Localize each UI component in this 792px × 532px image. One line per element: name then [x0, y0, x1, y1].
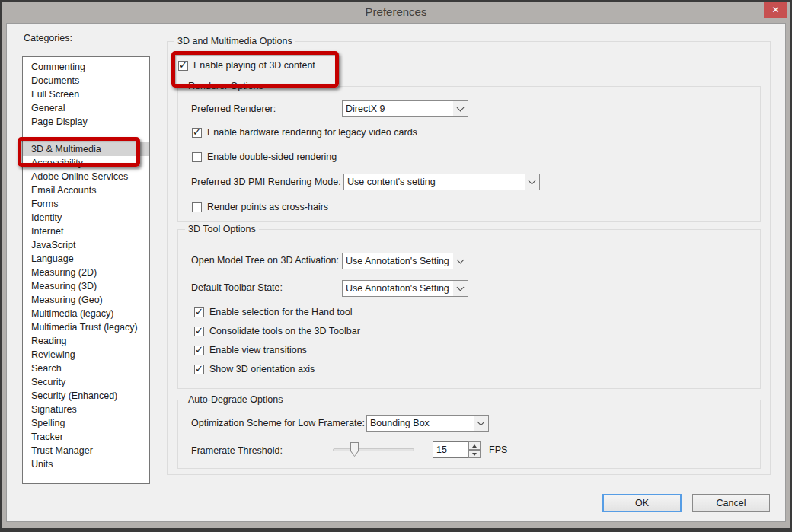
checkbox-checked-icon[interactable] [194, 346, 204, 355]
chevron-down-icon [453, 281, 468, 296]
group-3d-multimedia-title: 3D and Multimedia Options [174, 36, 295, 46]
model-tree-select[interactable]: Use Annotation's Setting [342, 253, 468, 269]
category-item[interactable]: Adobe Online Services [23, 170, 149, 183]
category-item[interactable]: Internet [23, 225, 149, 238]
category-item[interactable]: Search [23, 362, 149, 375]
group-3d-tool-title: 3D Tool Options [185, 224, 259, 234]
checkbox-checked-icon[interactable] [192, 128, 202, 138]
category-item[interactable]: Signatures [23, 403, 149, 416]
categories-top-group: CommentingDocumentsFull ScreenGeneralPag… [23, 60, 149, 129]
category-item[interactable]: Security [23, 375, 149, 389]
category-item[interactable]: Full Screen [23, 88, 149, 101]
category-item[interactable]: Multimedia (legacy) [23, 307, 149, 320]
category-item[interactable]: Forms [23, 197, 149, 211]
framerate-slider-track[interactable] [333, 448, 414, 451]
chevron-down-icon [453, 253, 468, 269]
spinner-down-icon [472, 453, 477, 456]
ok-button[interactable]: OK [602, 494, 682, 512]
window-frame: Preferences ✕ Categories: CommentingDocu… [2, 2, 790, 528]
category-item[interactable]: General [23, 101, 149, 115]
categories-listbox: CommentingDocumentsFull ScreenGeneralPag… [22, 56, 150, 484]
checkbox-checked-icon[interactable] [194, 365, 204, 374]
category-item[interactable]: Units [23, 457, 149, 471]
spinner-up-icon [472, 444, 477, 448]
double-sided-rendering-checkbox-row[interactable]: Enable double-sided rendering [192, 151, 337, 162]
category-item[interactable]: Documents [23, 74, 149, 88]
category-item[interactable]: Reviewing [23, 348, 149, 362]
category-item[interactable]: JavaScript [23, 238, 149, 252]
close-icon: ✕ [771, 5, 779, 14]
category-separator [23, 129, 149, 142]
checkbox-unchecked-icon[interactable] [192, 152, 202, 162]
crosshairs-checkbox-row[interactable]: Render points as cross-hairs [192, 202, 328, 212]
tool-option-checkbox-row[interactable]: Consolidate tools on the 3D Toolbar [194, 326, 360, 336]
checkbox-checked-icon[interactable] [194, 327, 204, 336]
checkbox-unchecked-icon[interactable] [192, 202, 202, 212]
chevron-down-icon [474, 416, 488, 431]
category-item[interactable]: Email Accounts [23, 183, 149, 197]
checkbox-checked-icon[interactable] [178, 61, 188, 71]
title-bar[interactable]: Preferences ✕ [2, 2, 790, 23]
category-item[interactable]: Measuring (2D) [23, 266, 149, 279]
preferred-renderer-select[interactable]: DirectX 9 [342, 100, 468, 117]
category-item-selected[interactable]: 3D & Multimedia [23, 142, 149, 156]
spinner-down-button[interactable] [468, 450, 481, 458]
cancel-button[interactable]: Cancel [692, 494, 770, 512]
category-item[interactable]: Security (Enhanced) [23, 389, 149, 403]
category-item[interactable]: Spelling [23, 416, 149, 430]
toolbar-state-label: Default Toolbar State: [191, 282, 283, 293]
category-item[interactable]: Reading [23, 334, 149, 348]
spinner-up-button[interactable] [468, 441, 481, 450]
category-item[interactable]: Page Display [23, 115, 149, 129]
window-title: Preferences [2, 5, 790, 18]
toolbar-state-select[interactable]: Use Annotation's Setting [342, 280, 468, 297]
framerate-input[interactable]: 15 [433, 441, 468, 458]
enable-3d-content-checkbox-row[interactable]: Enable playing of 3D content [178, 60, 315, 71]
optimization-scheme-label: Optimization Scheme for Low Framerate: [191, 418, 365, 428]
category-item[interactable]: Language [23, 252, 149, 266]
category-item[interactable]: Trust Manager [23, 444, 149, 457]
pmi-rendering-mode-label: Preferred 3D PMI Rendering Mode: [191, 177, 341, 187]
framerate-spinner [468, 441, 481, 458]
category-item[interactable]: Accessibility [23, 156, 149, 170]
category-item[interactable]: Commenting [23, 60, 149, 74]
preferred-renderer-label: Preferred Renderer: [191, 104, 276, 114]
group-auto-degrade-options: Auto-Degrade Options [177, 400, 761, 469]
category-item[interactable]: Multimedia Trust (legacy) [23, 320, 149, 334]
tool-option-checkbox-row[interactable]: Show 3D orientation axis [194, 364, 360, 374]
chevron-down-icon [453, 101, 468, 116]
group-renderer-title: Renderer Options [185, 81, 267, 91]
fps-label: FPS [489, 444, 507, 455]
framerate-threshold-label: Framerate Threshold: [191, 445, 283, 456]
group-auto-degrade-title: Auto-Degrade Options [185, 394, 286, 405]
optimization-scheme-select[interactable]: Bounding Box [366, 415, 489, 432]
tool-option-checkbox-row[interactable]: Enable selection for the Hand tool [194, 307, 360, 317]
separator-line [24, 139, 148, 139]
chevron-down-icon [525, 174, 539, 190]
hw-legacy-rendering-checkbox-row[interactable]: Enable hardware rendering for legacy vid… [192, 127, 417, 138]
dialog-client-area: Categories: CommentingDocumentsFull Scre… [6, 23, 786, 522]
category-item[interactable]: Tracker [23, 430, 149, 444]
model-tree-label: Open Model Tree on 3D Activation: [191, 255, 339, 266]
categories-bottom-group: AccessibilityAdobe Online ServicesEmail … [23, 156, 149, 471]
preferences-dialog: Preferences ✕ Categories: CommentingDocu… [0, 0, 792, 532]
category-item[interactable]: Identity [23, 211, 149, 225]
checkbox-checked-icon[interactable] [194, 307, 204, 317]
category-item[interactable]: Measuring (Geo) [23, 293, 149, 307]
category-item[interactable]: Measuring (3D) [23, 279, 149, 293]
categories-label: Categories: [24, 33, 72, 43]
close-button[interactable]: ✕ [764, 2, 787, 18]
tool-options-checkbox-list: Enable selection for the Hand tool Conso… [194, 307, 360, 383]
pmi-rendering-mode-select[interactable]: Use content's setting [343, 174, 540, 190]
tool-option-checkbox-row[interactable]: Enable view transitions [194, 345, 360, 355]
enable-3d-content-label[interactable]: Enable playing of 3D content [193, 60, 315, 71]
